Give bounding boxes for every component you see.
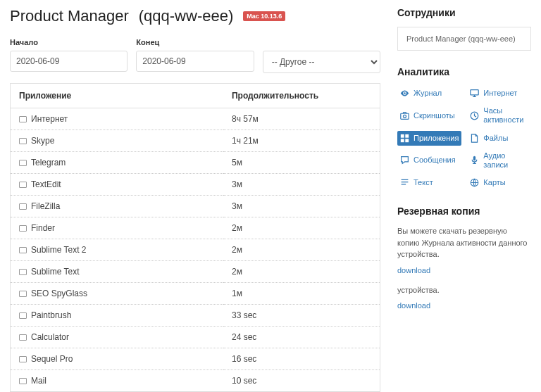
backup-text: Вы можете скачать резервную копию Журнал… <box>397 225 531 260</box>
clock-icon <box>470 111 479 120</box>
window-icon <box>19 182 27 188</box>
start-date-input[interactable] <box>10 51 128 72</box>
analytics-item-text[interactable]: Текст <box>397 175 461 190</box>
table-row: Mail10 sec <box>11 370 380 392</box>
app-name: Paintbrush <box>31 310 71 320</box>
window-icon <box>19 203 27 210</box>
table-row: Finder2м <box>11 217 380 239</box>
analytics-label: Текст <box>413 178 433 187</box>
os-badge: Mac 10.13.6 <box>243 11 285 21</box>
svg-point-3 <box>403 115 406 118</box>
app-cell: Sequel Pro <box>11 348 223 370</box>
svg-rect-9 <box>473 156 475 161</box>
download-link-2[interactable]: download <box>397 301 430 310</box>
end-date-input[interactable] <box>136 51 254 72</box>
analytics-label: Журнал <box>413 89 442 98</box>
table-row: Sublime Text 22м <box>11 239 380 261</box>
analytics-item-grid[interactable]: Приложения <box>397 131 461 146</box>
app-cell: SEO SpyGlass <box>11 283 223 305</box>
window-icon <box>19 334 27 341</box>
app-cell: Skype <box>11 130 223 152</box>
analytics-label: Аудио записи <box>483 151 528 170</box>
table-row: Skype1ч 21м <box>11 130 380 152</box>
other-select[interactable]: -- Другое -- <box>263 51 380 73</box>
analytics-item-monitor[interactable]: Интернет <box>467 86 531 101</box>
svg-point-0 <box>404 92 405 94</box>
duration-cell: 16 sec <box>223 348 380 370</box>
duration-cell: 3м <box>223 196 380 217</box>
globe-icon <box>470 178 479 187</box>
eye-icon <box>400 89 409 98</box>
window-icon <box>19 378 27 384</box>
app-cell: Telegram <box>11 152 223 174</box>
analytics-label: Файлы <box>483 134 508 143</box>
table-row: Paintbrush33 sec <box>11 305 380 327</box>
svg-rect-7 <box>401 139 404 142</box>
app-name: Telegram <box>31 158 66 167</box>
analytics-item-chat[interactable]: Сообщения <box>397 148 461 172</box>
analytics-item-clock[interactable]: Часы активности <box>467 103 531 127</box>
table-row: Calculator24 sec <box>11 327 380 348</box>
app-cell: Sublime Text 2 <box>11 239 223 261</box>
duration-cell: 5м <box>223 152 380 174</box>
window-icon <box>19 225 27 232</box>
app-cell: TextEdit <box>11 174 223 196</box>
table-row: TextEdit3м <box>11 174 380 196</box>
svg-rect-6 <box>405 134 409 137</box>
file-icon <box>470 134 479 143</box>
mic-icon <box>470 156 479 165</box>
analytics-item-mic[interactable]: Аудио записи <box>467 148 531 172</box>
analytics-item-eye[interactable]: Журнал <box>397 86 461 101</box>
analytics-label: Приложения <box>413 134 459 143</box>
app-name: Skype <box>31 136 54 146</box>
duration-cell: 1ч 21м <box>223 130 380 152</box>
app-name: TextEdit <box>31 179 61 189</box>
svg-rect-1 <box>471 90 478 95</box>
app-name: Sublime Text 2 <box>31 245 87 255</box>
end-label: Конец <box>136 38 254 46</box>
app-cell: Finder <box>11 217 223 239</box>
analytics-label: Карты <box>483 178 505 187</box>
camera-icon <box>400 111 409 120</box>
duration-cell: 33 sec <box>223 305 380 327</box>
app-name: Sublime Text <box>31 267 79 277</box>
app-cell: FileZilla <box>11 196 223 217</box>
download-link[interactable]: download <box>397 266 430 274</box>
analytics-item-globe[interactable]: Карты <box>467 175 531 190</box>
app-cell: Calculator <box>11 327 223 348</box>
table-row: FileZilla3м <box>11 196 380 217</box>
table-row: Интернет8ч 57м <box>11 108 380 130</box>
table-row: Sequel Pro16 sec <box>11 348 380 370</box>
analytics-item-camera[interactable]: Скриншоты <box>397 103 461 127</box>
duration-cell: 10 sec <box>223 370 380 392</box>
app-cell: Mail <box>11 370 223 392</box>
window-icon <box>19 247 27 253</box>
window-icon <box>19 312 27 319</box>
window-icon <box>19 116 27 122</box>
other-label <box>263 38 380 46</box>
table-row: Sublime Text2м <box>11 261 380 283</box>
filters-row: Начало Конец -- Другое -- <box>10 38 380 73</box>
app-name: Sequel Pro <box>31 354 73 364</box>
svg-rect-2 <box>401 113 409 119</box>
app-name: Calculator <box>31 332 69 342</box>
duration-cell: 24 sec <box>223 327 380 348</box>
employee-select[interactable]: Product Manager (qqq-ww-eee) <box>397 27 531 51</box>
grid-icon <box>400 134 409 143</box>
table-row: SEO SpyGlass1м <box>11 283 380 305</box>
backup-text-2: устройства. <box>397 284 531 296</box>
duration-cell: 8ч 57м <box>223 108 380 130</box>
col-duration: Продолжительность <box>223 84 380 108</box>
window-icon <box>19 160 27 166</box>
analytics-label: Сообщения <box>413 156 456 165</box>
analytics-item-file[interactable]: Файлы <box>467 131 531 146</box>
svg-rect-5 <box>401 134 404 137</box>
employees-title: Сотрудники <box>397 7 531 18</box>
analytics-title: Аналитика <box>397 66 531 77</box>
page-header: Product Manager (qqq-ww-eee) Mac 10.13.6 <box>10 7 380 25</box>
col-app: Приложение <box>11 84 223 108</box>
page-title: Product Manager <box>10 7 129 25</box>
window-icon <box>19 269 27 275</box>
app-name: Mail <box>31 376 46 386</box>
apps-table: Приложение Продолжительность Интернет8ч … <box>10 83 380 392</box>
